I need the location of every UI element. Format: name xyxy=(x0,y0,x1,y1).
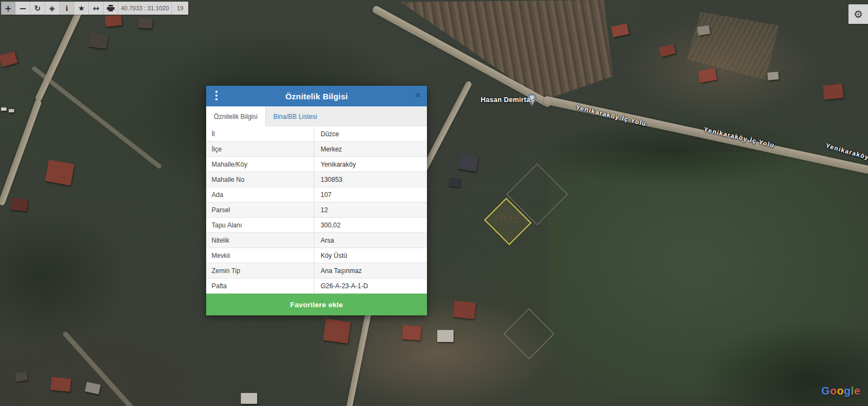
dirt-area-topright xyxy=(624,16,819,119)
add-to-favorites-button[interactable]: Favorilere ekle xyxy=(206,294,427,315)
measure-icon: ↔ xyxy=(93,4,99,12)
table-row: Pafta G26-A-23-A-1-D xyxy=(206,278,427,294)
building-white xyxy=(241,393,257,404)
pan-diamond-icon: ◈ xyxy=(49,4,55,12)
row-value: Arsa xyxy=(314,233,427,248)
info-icon: i xyxy=(66,4,68,13)
house-red-roof xyxy=(45,160,74,186)
info-button[interactable]: i xyxy=(60,2,74,15)
print-button[interactable] xyxy=(104,2,118,15)
minus-icon: − xyxy=(19,3,26,14)
table-row: Nitelik Arsa xyxy=(206,233,427,248)
tab-bina-bb-listesi[interactable]: Bina/BB Listesi xyxy=(266,106,325,126)
table-row: Ada 107 xyxy=(206,187,427,202)
row-label: Tapu Alanı xyxy=(206,218,314,232)
house-dark-roof xyxy=(10,198,28,212)
row-value: 12 xyxy=(314,202,427,217)
table-row: Mahalle No 130853 xyxy=(206,172,427,187)
row-label: Nitelik xyxy=(206,233,314,248)
zoom-level-readout: 19 xyxy=(172,2,188,15)
attribute-table: İl Düzce İlçe Merkez Mahalle/Köy Yenikar… xyxy=(206,126,427,294)
shed-white xyxy=(437,330,454,342)
table-row: İl Düzce xyxy=(206,126,427,142)
row-value: Köy Üstü xyxy=(314,248,427,263)
google-letter: o xyxy=(837,385,844,397)
google-letter: e xyxy=(854,385,860,397)
app-window: 107/12 Hasan Demirtaş Yenikaraköy İç Yol… xyxy=(0,0,868,406)
house-gray-roof xyxy=(767,72,778,80)
row-label: Mahalle No xyxy=(206,172,314,187)
car xyxy=(9,109,14,112)
dialog-header[interactable]: Öznitelik Bilgisi × xyxy=(206,86,427,106)
row-label: Zemin Tip xyxy=(206,263,314,278)
map-canvas[interactable]: 107/12 Hasan Demirtaş Yenikaraköy İç Yol… xyxy=(0,0,868,406)
row-label: Pafta xyxy=(206,278,314,293)
row-value: G26-A-23-A-1-D xyxy=(314,278,427,293)
gear-icon: ⚙ xyxy=(853,8,863,20)
dialog-title: Öznitelik Bilgisi xyxy=(206,92,427,101)
house-red-roof xyxy=(323,319,350,344)
house-dark-roof xyxy=(138,18,153,28)
row-label: İl xyxy=(206,126,314,141)
refresh-icon: ↻ xyxy=(34,4,41,12)
plus-icon: + xyxy=(4,3,11,14)
poi-label[interactable]: Hasan Demirtaş xyxy=(481,96,534,104)
pan-button[interactable]: ◈ xyxy=(45,2,59,15)
star-icon: ★ xyxy=(78,4,85,12)
measure-button[interactable]: ↔ xyxy=(89,2,103,15)
house-red-roof xyxy=(402,325,422,340)
car xyxy=(1,107,7,111)
building-dark xyxy=(458,154,478,172)
table-row: Mevkii Köy Üstü xyxy=(206,248,427,263)
zoom-out-button[interactable]: − xyxy=(16,2,30,15)
google-letter: g xyxy=(844,385,851,397)
house-red-roof xyxy=(823,84,844,100)
attribute-info-dialog: Öznitelik Bilgisi × Öznitelik Bilgisi Bi… xyxy=(206,86,427,315)
house-red-roof xyxy=(50,377,71,392)
google-logo: Google xyxy=(821,385,860,397)
row-value: Ana Taşınmaz xyxy=(314,263,427,278)
row-value: 300,02 xyxy=(314,218,427,232)
tab-oznitelik-bilgisi[interactable]: Öznitelik Bilgisi xyxy=(206,106,266,126)
row-value: Düzce xyxy=(314,126,427,141)
house-red-roof xyxy=(105,15,122,27)
row-label: Ada xyxy=(206,187,314,202)
table-row: İlçe Merkez xyxy=(206,142,427,157)
row-label: İlçe xyxy=(206,142,314,156)
google-letter: o xyxy=(830,385,837,397)
row-value: Merkez xyxy=(314,142,427,156)
coordinates-readout: 40.7933 : 31.1020 xyxy=(118,2,171,15)
house-red-roof xyxy=(453,301,476,319)
row-label: Mevkii xyxy=(206,248,314,263)
row-value: 130853 xyxy=(314,172,427,187)
row-value: Yenikaraköy xyxy=(314,157,427,172)
parcel-number-label: 107/12 xyxy=(489,214,527,222)
kebab-menu-icon[interactable] xyxy=(215,91,218,102)
zoom-in-button[interactable]: + xyxy=(1,2,15,15)
row-value: 107 xyxy=(314,187,427,202)
google-letter: G xyxy=(821,385,830,397)
building-dark xyxy=(449,177,461,187)
settings-button[interactable]: ⚙ xyxy=(848,4,868,24)
table-row: Tapu Alanı 300,02 xyxy=(206,218,427,233)
close-icon[interactable]: × xyxy=(415,90,420,101)
house-dark-roof xyxy=(15,372,28,382)
printer-icon xyxy=(107,5,114,12)
house-dark-roof xyxy=(88,33,108,49)
favorites-button[interactable]: ★ xyxy=(74,2,88,15)
table-row: Zemin Tip Ana Taşınmaz xyxy=(206,263,427,278)
dialog-tabbar: Öznitelik Bilgisi Bina/BB Listesi xyxy=(206,106,427,126)
table-row: Mahalle/Köy Yenikaraköy xyxy=(206,157,427,172)
row-label: Mahalle/Köy xyxy=(206,157,314,172)
refresh-button[interactable]: ↻ xyxy=(30,2,44,15)
map-toolbar: + − ↻ ◈ i ★ ↔ 40.7933 : 31.1020 19 xyxy=(1,2,188,15)
table-row: Parsel 12 xyxy=(206,202,427,218)
row-label: Parsel xyxy=(206,202,314,217)
